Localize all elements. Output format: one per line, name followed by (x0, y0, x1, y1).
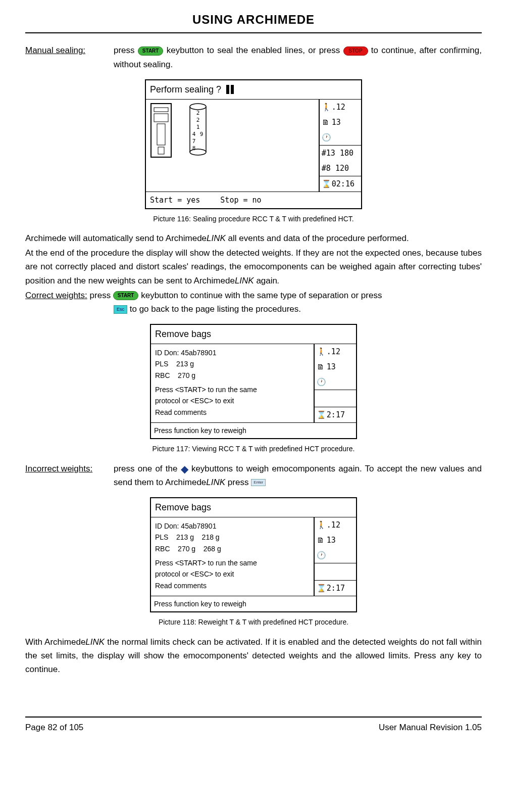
screen-118-wrap: Remove bags ID Don: 45ab78901 PLS 213 g … (25, 497, 482, 612)
text: press (114, 45, 138, 55)
instr-line: protocol or <ESC> to exit (155, 395, 310, 406)
side-val: .12 (327, 519, 340, 531)
svg-text:2: 2 (196, 117, 200, 123)
esc-button-icon: Esc (114, 305, 127, 314)
svg-text:4: 4 (192, 131, 196, 137)
hourglass-icon: ⌛ (317, 582, 325, 594)
text: With Archimede (25, 637, 85, 647)
instr-line: Press <START> to run the same (155, 384, 310, 395)
instr-line: Press <START> to run the same (155, 557, 310, 568)
side-val: 2:17 (327, 582, 345, 594)
link-text: LINK (85, 637, 105, 647)
text: press one of the (114, 464, 181, 473)
correct-weights-block: Correct weights: press START keybutton t… (25, 289, 482, 302)
enter-button-icon: Enter (251, 479, 266, 486)
side-val: 13 (327, 361, 336, 373)
pls-line: PLS 213 g (155, 358, 310, 369)
svg-rect-1 (154, 108, 168, 112)
person-icon: 🚶 (317, 346, 325, 358)
side-val: 13 (332, 116, 341, 128)
paragraph-2: At the end of the procedure the display … (25, 246, 482, 288)
svg-rect-4 (158, 147, 164, 154)
stop-no: Stop = no (220, 194, 261, 206)
incorrect-weights-label: Incorrect weights: (25, 462, 92, 475)
instr-line: Read comments (155, 407, 310, 418)
device-footer: Press function key to reweigh (151, 422, 356, 438)
screen-117-wrap: Remove bags ID Don: 45ab78901 PLS 213 g … (25, 324, 482, 439)
id-line: ID Don: 45ab78901 (155, 347, 310, 358)
rbc-line: RBC 270 g (155, 370, 310, 381)
text: press (90, 291, 113, 300)
start-yes: Start = yes (150, 194, 200, 206)
stop-button-icon: STOP (343, 46, 368, 56)
header-rule (25, 32, 482, 33)
instr-line: protocol or <ESC> to exit (155, 568, 310, 580)
caption-118: Picture 118: Reweight T & T with predefi… (25, 616, 482, 628)
side-val: 2:17 (327, 409, 345, 421)
link-text: LINK (207, 233, 226, 243)
screen-116-wrap: Perform sealing ? (25, 79, 482, 209)
svg-text:1: 1 (196, 124, 200, 130)
text: again (254, 276, 277, 285)
side-val: 13 (327, 534, 336, 546)
device-footer: Press function key to reweigh (151, 596, 356, 611)
text: keybutton to continue with the same type… (141, 291, 382, 300)
document-icon: 🗎 (322, 116, 330, 128)
hourglass-icon: ⌛ (322, 178, 330, 190)
device-title-text: Remove bags (155, 327, 211, 342)
side-val: .12 (332, 101, 345, 113)
document-icon: 🗎 (317, 361, 325, 373)
person-icon: 🚶 (322, 101, 330, 113)
clock-icon: 🕐 (317, 376, 325, 388)
link-text: LINK (206, 477, 225, 487)
svg-text:2: 2 (196, 110, 200, 116)
text: Archimede will automatically send to Arc… (25, 233, 207, 243)
text: keybutton to seal the enabled lines, or … (167, 45, 343, 55)
device-screen-117: Remove bags ID Don: 45ab78901 PLS 213 g … (150, 324, 357, 439)
document-icon: 🗎 (317, 534, 325, 546)
page-header: USING ARCHIMEDE (25, 10, 482, 32)
side-val: #13 180 (322, 147, 353, 159)
title-bars-icon (226, 85, 234, 94)
press-diagram-icon (150, 103, 180, 158)
text: to go back to the page listing the proce… (130, 304, 301, 314)
svg-rect-3 (157, 124, 165, 145)
start-button-icon: START (138, 46, 164, 56)
paragraph-1: Archimede will automatically send to Arc… (25, 231, 482, 245)
footer-rule (25, 717, 482, 718)
manual-sealing-row: Manual sealing: press START keybutton to… (25, 43, 482, 71)
svg-point-5 (190, 104, 206, 110)
svg-text:9: 9 (200, 131, 204, 137)
final-paragraph: With ArchimedeLINK the normal limits che… (25, 635, 482, 677)
person-icon: 🚶 (317, 519, 325, 531)
cylinder-diagram-icon: 2 2 1 4 9 7 8 (188, 103, 208, 158)
clock-icon: 🕐 (322, 131, 330, 144)
device-title: Perform sealing ? (146, 80, 361, 100)
correct-weights-label: Correct weights: (25, 289, 87, 302)
instr-line: Read comments (155, 580, 310, 591)
incorrect-weights-row: Incorrect weights: press one of the ◆ ke… (25, 462, 482, 489)
side-val: .12 (327, 346, 340, 358)
device-title: Remove bags (151, 325, 356, 344)
svg-rect-2 (154, 114, 168, 122)
device-title-text: Remove bags (155, 500, 211, 515)
caption-117: Picture 117: Viewing RCC T & T with pred… (25, 443, 482, 454)
revision-label: User Manual Revision 1.05 (379, 721, 482, 734)
link-text: LINK (235, 276, 254, 285)
device-screen-118: Remove bags ID Don: 45ab78901 PLS 213 g … (150, 497, 357, 612)
manual-sealing-label: Manual sealing: (25, 43, 85, 57)
text: all events and data of the procedure per… (226, 233, 409, 243)
text: press (225, 477, 251, 487)
side-val: #8 120 (322, 162, 349, 174)
diamond-arrow-icon: ◆ (181, 464, 188, 474)
device-title-text: Perform sealing ? (150, 82, 221, 97)
svg-text:7: 7 (192, 138, 196, 145)
text: . (277, 276, 280, 285)
hourglass-icon: ⌛ (317, 409, 325, 421)
device-title: Remove bags (151, 498, 356, 517)
correct-weights-cont: Esc to go back to the page listing the p… (25, 302, 482, 316)
id-line: ID Don: 45ab78901 (155, 520, 310, 532)
side-val: 02:16 (332, 178, 354, 190)
page-footer: Page 82 of 105 User Manual Revision 1.05 (25, 721, 482, 734)
rbc-line: RBC 270 g 268 g (155, 543, 310, 554)
